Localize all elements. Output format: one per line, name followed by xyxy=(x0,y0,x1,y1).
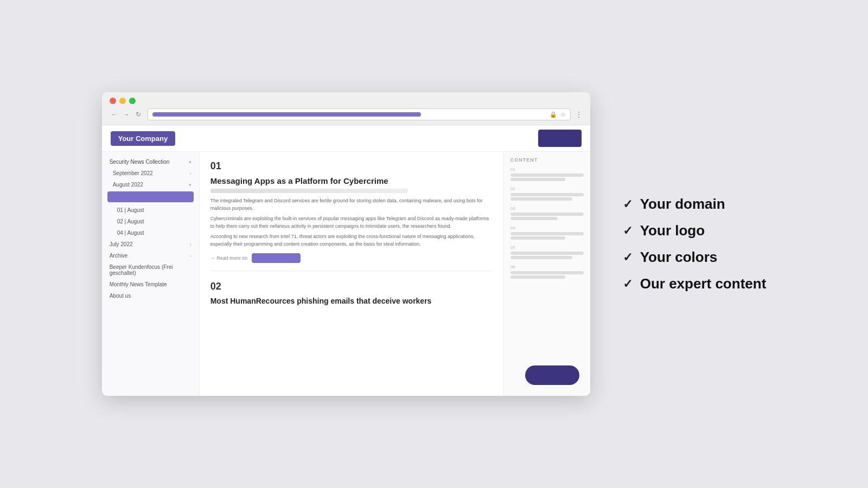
toc-line xyxy=(510,275,565,279)
browser-chrome: ← → ↻ 🔒 ☆ ⋮ xyxy=(102,92,590,125)
browser-toolbar: ← → ↻ 🔒 ☆ ⋮ xyxy=(110,108,583,120)
sidebar-item-archive[interactable]: Archive › xyxy=(102,250,199,261)
article-2-title: Most HumanRecources phishing emails that… xyxy=(210,297,493,305)
toc-num: 05 xyxy=(510,245,584,250)
lock-icon: 🔒 xyxy=(550,111,557,118)
bottom-cta-button[interactable] xyxy=(525,365,579,385)
sidebar-item-july[interactable]: July 2022 › xyxy=(102,239,199,250)
toc-line xyxy=(510,271,584,274)
sidebar-item-security-news[interactable]: Security News Collection ▾ xyxy=(102,156,199,168)
toc-line xyxy=(510,178,565,181)
sidebar-item-september[interactable]: September 2022 › xyxy=(102,168,199,179)
checklist-item-logo: ✓ Your logo xyxy=(623,222,767,239)
chevron-right-icon: › xyxy=(190,242,192,247)
toc-num: 02 xyxy=(510,187,584,191)
address-icons: 🔒 ☆ xyxy=(550,111,566,118)
article-1-para-1: The integrated Telegram and Discord serv… xyxy=(210,197,493,212)
nav-buttons: ← → ↻ xyxy=(110,110,143,119)
checklist-panel: ✓ Your domain ✓ Your logo ✓ Your colors … xyxy=(623,196,767,292)
sidebar-label: August 2022 xyxy=(113,182,143,188)
main-content: 01 Messaging Apps as a Platform for Cybe… xyxy=(200,152,503,396)
toc-line xyxy=(510,213,584,216)
article-1-meta xyxy=(210,189,408,193)
toc-label: CONTENT xyxy=(510,157,584,163)
toc-item-3[interactable]: 03 xyxy=(510,206,584,220)
chevron-down-icon: ▾ xyxy=(189,182,192,188)
sidebar-item-about[interactable]: About us xyxy=(102,290,199,301)
star-icon[interactable]: ☆ xyxy=(560,111,566,118)
toc-item-4[interactable]: 04 xyxy=(510,226,584,240)
sidebar-item-02-august[interactable]: 02 | August xyxy=(102,216,199,227)
site-header: Your Company xyxy=(102,125,590,152)
toc-line xyxy=(510,256,573,259)
sidebar-item-01-august[interactable]: 01 | August xyxy=(102,204,199,216)
site-body: Security News Collection ▾ September 202… xyxy=(102,152,590,396)
check-icon: ✓ xyxy=(623,224,633,238)
refresh-button[interactable]: ↻ xyxy=(133,110,143,119)
sidebar-label: About us xyxy=(110,293,131,299)
toc-item-5[interactable]: 05 xyxy=(510,245,584,259)
sidebar-label: 02 | August xyxy=(117,219,144,224)
read-more-label: → Read more on xyxy=(210,255,248,261)
sidebar-label: 04 | August xyxy=(117,230,144,236)
address-fill xyxy=(152,112,421,117)
sidebar-label: Beeper Kundenfocus (Frei geschaltet) xyxy=(110,264,192,276)
website-content: Your Company Security News Collection ▾ … xyxy=(102,125,590,396)
forward-button[interactable]: → xyxy=(122,110,131,119)
chevron-right-icon: › xyxy=(190,253,192,259)
article-1-number: 01 xyxy=(210,160,493,172)
toc-num: 06 xyxy=(510,265,584,269)
read-more-row: → Read more on xyxy=(210,253,493,263)
sidebar-item-monthly[interactable]: Monthly News Template xyxy=(102,279,199,290)
article-divider xyxy=(210,271,493,271)
toc-item-6[interactable]: 06 xyxy=(510,265,584,279)
toc-num: 03 xyxy=(510,206,584,211)
toc-line xyxy=(510,174,584,177)
toc-item-1[interactable]: 01 xyxy=(510,167,584,181)
toc-num: 01 xyxy=(510,167,584,172)
browser-menu-button[interactable]: ⋮ xyxy=(575,110,583,119)
article-1-para-3: According to new research from Intel 71,… xyxy=(210,233,493,248)
article-1-title: Messaging Apps as a Platform for Cybercr… xyxy=(210,176,493,185)
dot-red[interactable] xyxy=(110,98,116,104)
toc-line xyxy=(510,236,565,240)
dot-green[interactable] xyxy=(129,98,136,104)
checklist-item-content: ✓ Our expert content xyxy=(623,275,767,292)
sidebar-item-august[interactable]: August 2022 ▾ xyxy=(102,179,199,190)
check-icon: ✓ xyxy=(623,251,633,265)
dot-yellow[interactable] xyxy=(119,98,126,104)
toc-line xyxy=(510,193,584,196)
article-2: 02 Most HumanRecources phishing emails t… xyxy=(210,279,493,305)
toc-item-2[interactable]: 02 xyxy=(510,187,584,201)
sidebar-label: Archive xyxy=(110,253,127,259)
header-cta-button[interactable] xyxy=(538,130,582,147)
read-more-button[interactable] xyxy=(252,253,301,263)
checklist-item-domain-text: Your domain xyxy=(640,196,725,213)
checklist-item-colors-text: Your colors xyxy=(640,249,718,266)
sidebar-active-highlight xyxy=(107,191,194,202)
logo-badge[interactable]: Your Company xyxy=(111,131,176,146)
browser-dots xyxy=(110,98,583,104)
toc-line xyxy=(510,252,584,255)
chevron-right-icon: › xyxy=(190,171,192,176)
address-bar[interactable]: 🔒 ☆ xyxy=(148,108,571,120)
sidebar: Security News Collection ▾ September 202… xyxy=(102,152,200,396)
sidebar-item-beeper[interactable]: Beeper Kundenfocus (Frei geschaltet) xyxy=(102,261,199,279)
sidebar-label: 01 | August xyxy=(117,207,144,213)
check-icon: ✓ xyxy=(623,197,633,211)
toc-line xyxy=(510,232,584,235)
checklist-item-colors: ✓ Your colors xyxy=(623,249,767,266)
checklist-item-domain: ✓ Your domain xyxy=(623,196,767,213)
sidebar-label: Security News Collection xyxy=(110,159,170,165)
sidebar-item-04-august[interactable]: 04 | August xyxy=(102,227,199,239)
sidebar-label: July 2022 xyxy=(110,241,133,247)
sidebar-label: Monthly News Template xyxy=(110,281,167,287)
back-button[interactable]: ← xyxy=(110,110,119,119)
chevron-down-icon: ▾ xyxy=(189,159,192,165)
toc-sidebar: CONTENT 01 02 03 xyxy=(503,152,590,396)
browser-window: ← → ↻ 🔒 ☆ ⋮ Your Company xyxy=(102,92,590,396)
check-icon: ✓ xyxy=(623,277,633,291)
toc-line xyxy=(510,197,573,201)
checklist-item-content-text: Our expert content xyxy=(640,275,767,292)
checklist-item-logo-text: Your logo xyxy=(640,222,705,239)
